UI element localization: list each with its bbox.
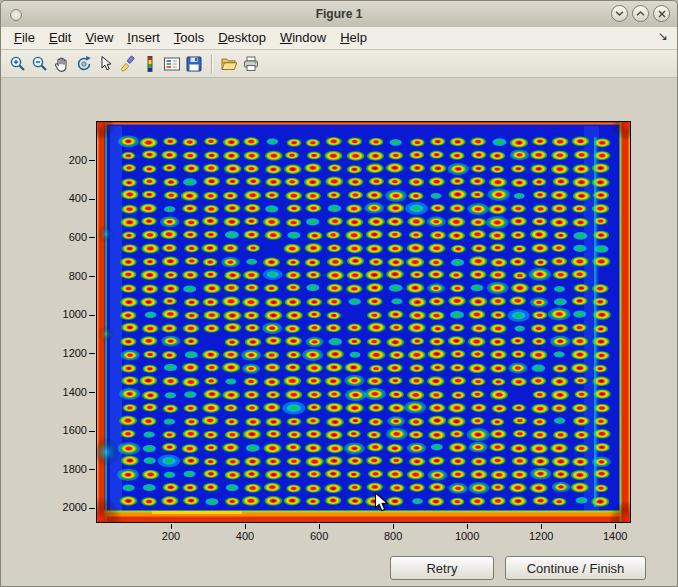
print-icon bbox=[242, 55, 260, 73]
window-title: Figure 1 bbox=[1, 7, 677, 21]
y-tick-label: 1000 bbox=[43, 308, 87, 320]
y-tick bbox=[89, 237, 95, 238]
figure-background: 2004006008001000120014002004006008001000… bbox=[1, 78, 677, 586]
zoom-in-icon bbox=[9, 55, 27, 73]
y-tick bbox=[89, 392, 95, 393]
zoom-in-button[interactable] bbox=[7, 53, 29, 75]
open-button[interactable] bbox=[218, 53, 240, 75]
heatmap-image[interactable] bbox=[97, 122, 630, 522]
y-tick-label: 1800 bbox=[43, 463, 87, 475]
x-tick-label: 1200 bbox=[519, 530, 563, 542]
y-tick bbox=[89, 508, 95, 509]
y-tick bbox=[89, 353, 95, 354]
legend-button[interactable] bbox=[161, 53, 183, 75]
rotate-3d-button[interactable] bbox=[73, 53, 95, 75]
x-tick-label: 400 bbox=[223, 530, 267, 542]
x-tick bbox=[467, 524, 468, 529]
menu-view[interactable]: View bbox=[78, 27, 120, 49]
menu-tools[interactable]: Tools bbox=[167, 27, 211, 49]
shade-button[interactable] bbox=[611, 5, 628, 22]
menu-help[interactable]: Help bbox=[333, 27, 374, 49]
menu-desktop[interactable]: Desktop bbox=[211, 27, 273, 49]
menu-insert[interactable]: Insert bbox=[120, 27, 167, 49]
y-tick-label: 400 bbox=[43, 192, 87, 204]
x-tick-label: 200 bbox=[149, 530, 193, 542]
y-tick-label: 1200 bbox=[43, 347, 87, 359]
x-tick bbox=[245, 524, 246, 529]
menu-window[interactable]: Window bbox=[273, 27, 333, 49]
menu-items: FileEditViewInsertToolsDesktopWindowHelp bbox=[1, 27, 677, 49]
window-controls bbox=[611, 5, 670, 22]
data-cursor-button[interactable] bbox=[95, 53, 117, 75]
brush-icon bbox=[119, 55, 137, 73]
button-row: Retry Continue / Finish bbox=[390, 556, 646, 580]
axes: 2004006008001000120014002004006008001000… bbox=[96, 121, 631, 523]
y-tick bbox=[89, 199, 95, 200]
close-button[interactable] bbox=[653, 5, 670, 22]
x-tick-label: 1000 bbox=[445, 530, 489, 542]
colorbar-button[interactable] bbox=[139, 53, 161, 75]
toolbar bbox=[1, 50, 677, 78]
legend-icon bbox=[163, 55, 181, 73]
chevron-down-icon bbox=[615, 10, 624, 17]
y-tick bbox=[89, 469, 95, 470]
close-icon bbox=[658, 10, 666, 18]
x-tick-label: 800 bbox=[371, 530, 415, 542]
save-button[interactable] bbox=[183, 53, 205, 75]
continue-button[interactable]: Continue / Finish bbox=[505, 556, 646, 580]
menu-file[interactable]: File bbox=[7, 27, 42, 49]
undock-icon[interactable]: ↘ bbox=[658, 29, 668, 43]
x-tick bbox=[541, 524, 542, 529]
y-tick bbox=[89, 315, 95, 316]
y-tick-label: 800 bbox=[43, 270, 87, 282]
y-tick-label: 2000 bbox=[43, 501, 87, 513]
x-tick bbox=[615, 524, 616, 529]
pan-icon bbox=[53, 55, 71, 73]
zoom-out-icon bbox=[31, 55, 49, 73]
y-tick bbox=[89, 276, 95, 277]
rotate-3d-icon bbox=[75, 55, 93, 73]
toolbar-separator bbox=[211, 55, 212, 73]
data-cursor-icon bbox=[97, 55, 115, 73]
x-tick-label: 600 bbox=[297, 530, 341, 542]
save-icon bbox=[185, 55, 203, 73]
y-tick bbox=[89, 160, 95, 161]
zoom-out-button[interactable] bbox=[29, 53, 51, 75]
pan-button[interactable] bbox=[51, 53, 73, 75]
retry-button[interactable]: Retry bbox=[390, 556, 494, 580]
titlebar[interactable]: Figure 1 bbox=[1, 1, 677, 28]
y-tick bbox=[89, 431, 95, 432]
x-tick bbox=[171, 524, 172, 529]
menubar: FileEditViewInsertToolsDesktopWindowHelp… bbox=[1, 27, 677, 50]
x-tick bbox=[393, 524, 394, 529]
y-tick-label: 1600 bbox=[43, 424, 87, 436]
brush-button[interactable] bbox=[117, 53, 139, 75]
x-tick bbox=[319, 524, 320, 529]
print-button[interactable] bbox=[240, 53, 262, 75]
y-tick-label: 200 bbox=[43, 154, 87, 166]
colorbar-icon bbox=[141, 55, 159, 73]
chevron-up-icon bbox=[636, 10, 645, 17]
open-icon bbox=[220, 55, 238, 73]
y-tick-label: 600 bbox=[43, 231, 87, 243]
maximize-button[interactable] bbox=[632, 5, 649, 22]
window-menu-icon[interactable] bbox=[10, 9, 22, 21]
y-tick-label: 1400 bbox=[43, 386, 87, 398]
figure-window: Figure 1 FileEditViewInsertToolsDesktopW… bbox=[0, 0, 678, 587]
x-tick-label: 1400 bbox=[593, 530, 637, 542]
menu-edit[interactable]: Edit bbox=[42, 27, 78, 49]
